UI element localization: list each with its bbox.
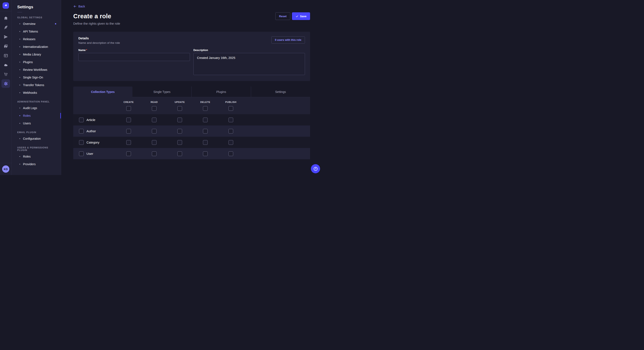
main-nav-item-cloud[interactable] [2, 61, 10, 69]
main-nav-item-cart[interactable] [2, 70, 10, 78]
home-icon [4, 16, 8, 20]
cell-category-read [142, 140, 167, 145]
sidebar-item-overview[interactable]: Overview [15, 20, 58, 28]
cell-category-publish [218, 140, 244, 145]
tab-single-types[interactable]: Single Types [132, 87, 192, 97]
checkbox-article-delete[interactable] [203, 118, 208, 122]
checkbox-article-create[interactable] [126, 118, 131, 122]
sidebar-item-plugins[interactable]: Plugins [15, 58, 58, 66]
sidebar-item-review-workflows[interactable]: Review Workflows [15, 66, 58, 74]
nav-section-label-administration-panel: ADMINISTRATION PANEL [17, 100, 58, 103]
checkbox-user-update[interactable] [178, 151, 182, 156]
details-subtitle: Name and description of the role [78, 41, 120, 44]
tab-settings[interactable]: Settings [251, 87, 310, 97]
reset-button[interactable]: Reset [275, 12, 290, 20]
sidebar-item-audit-logs[interactable]: Audit Logs [15, 104, 58, 112]
description-textarea[interactable]: Created January 16th, 2025 [193, 53, 305, 75]
main-nav-item-gear[interactable] [2, 79, 10, 88]
checkbox-category-update[interactable] [178, 140, 182, 145]
select-all-checkbox-create[interactable] [126, 106, 131, 111]
bullet-icon [20, 62, 20, 62]
column-header-create: CREATE [116, 101, 142, 111]
select-all-checkbox-read[interactable] [152, 106, 156, 111]
checkbox-user-read[interactable] [152, 151, 156, 156]
tab-collection-types[interactable]: Collection Types [73, 87, 132, 97]
cell-article-create [116, 118, 142, 122]
page-subtitle: Define the rights given to the role [73, 22, 310, 25]
main-nav-item-home[interactable] [2, 14, 10, 22]
cell-user-create [116, 151, 142, 156]
sidebar-item-users[interactable]: Users [15, 120, 58, 127]
select-all-checkbox-update[interactable] [178, 106, 182, 111]
back-link[interactable]: Back [73, 5, 85, 8]
row-checkbox-article[interactable] [79, 118, 84, 122]
checkbox-author-update[interactable] [178, 129, 182, 134]
bullet-icon [20, 138, 20, 139]
name-input[interactable] [78, 53, 190, 61]
sidebar-item-roles[interactable]: Roles [15, 112, 58, 120]
sidebar-item-label: Roles [23, 114, 31, 117]
permissions-table-body: ArticleAuthorCategoryUser [73, 114, 310, 159]
sidebar-item-label: Transfer Tokens [23, 83, 44, 87]
sidebar-item-configuration[interactable]: Configuration [15, 135, 58, 143]
sidebar-item-providers[interactable]: Providers [15, 160, 58, 168]
sidebar-item-single-sign-on[interactable]: Single Sign-On [15, 74, 58, 81]
main-nav-item-paper-plane[interactable] [2, 32, 10, 41]
main-nav-item-media-library[interactable] [2, 42, 10, 50]
bullet-icon [20, 108, 20, 108]
cell-user-publish [218, 151, 244, 156]
sidebar-item-transfer-tokens[interactable]: Transfer Tokens [15, 81, 58, 89]
checkbox-user-publish[interactable] [228, 151, 233, 156]
avatar[interactable]: KD [2, 166, 9, 173]
cloud-icon [4, 63, 8, 67]
checkbox-category-publish[interactable] [228, 140, 233, 145]
select-all-checkbox-delete[interactable] [203, 106, 208, 111]
users-with-role-button[interactable]: 0 users with this role [271, 36, 305, 44]
sidebar-item-media-library[interactable]: Media Library [15, 51, 58, 58]
help-button[interactable]: ? [311, 164, 320, 173]
select-all-checkbox-publish[interactable] [228, 106, 233, 111]
checkbox-author-read[interactable] [152, 129, 156, 134]
bullet-icon [20, 85, 20, 85]
checkbox-category-delete[interactable] [203, 140, 208, 145]
strapi-logo[interactable] [2, 2, 9, 9]
checkbox-category-read[interactable] [152, 140, 156, 145]
sidebar-item-roles[interactable]: Roles [15, 153, 58, 160]
checkbox-author-create[interactable] [126, 129, 131, 134]
tab-plugins[interactable]: Plugins [192, 87, 251, 97]
cell-user-read [142, 151, 167, 156]
checkbox-article-update[interactable] [178, 118, 182, 122]
check-icon [296, 15, 298, 18]
sidebar-item-releases[interactable]: Releases [15, 35, 58, 43]
sidebar-item-internationalization[interactable]: Internationalization [15, 43, 58, 51]
main-nav-item-feather[interactable] [2, 23, 10, 32]
bullet-icon [20, 54, 20, 55]
question-mark-icon: ? [314, 167, 318, 171]
permissions-table-header: CREATEREADUPDATEDELETEPUBLISH [73, 97, 310, 114]
sidebar-item-label: Overview [23, 22, 35, 25]
checkbox-author-publish[interactable] [228, 129, 233, 134]
strapi-logo-icon [4, 3, 8, 8]
row-checkbox-category[interactable] [79, 140, 84, 145]
sidebar-item-webhooks[interactable]: Webhooks [15, 89, 58, 97]
checkbox-article-publish[interactable] [228, 118, 233, 122]
sidebar-item-api-tokens[interactable]: API Tokens [15, 28, 58, 35]
row-checkbox-user[interactable] [79, 151, 84, 156]
column-header-delete: DELETE [192, 101, 218, 111]
row-checkbox-author[interactable] [79, 129, 84, 134]
nav-section-label-email-plugin: EMAIL PLUGIN [17, 131, 58, 134]
save-button[interactable]: Save [292, 12, 310, 20]
main-nav-item-layout[interactable] [2, 51, 10, 60]
main-nav-bottom: KD [0, 163, 12, 175]
content-type-label: Category [86, 141, 100, 144]
checkbox-user-delete[interactable] [203, 151, 208, 156]
sidebar-item-label: Internationalization [23, 45, 48, 48]
content-type-label: Article [86, 118, 96, 122]
details-fields: Name* Description Created January 16th, … [78, 49, 305, 76]
name-field: Name* [78, 49, 190, 76]
checkbox-category-create[interactable] [126, 140, 131, 145]
checkbox-article-read[interactable] [152, 118, 156, 122]
checkbox-user-create[interactable] [126, 151, 131, 156]
column-label-update: UPDATE [175, 101, 185, 103]
checkbox-author-delete[interactable] [203, 129, 208, 134]
